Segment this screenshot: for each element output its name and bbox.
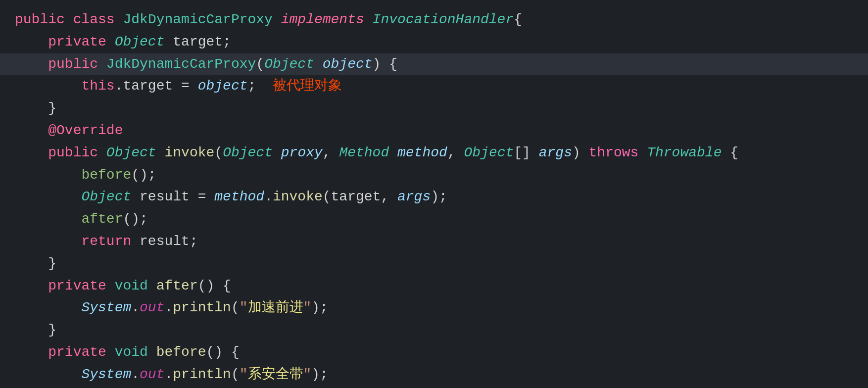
code-line-9: Object result = method.invoke(target, ar… (0, 186, 868, 208)
code-line-8: before(); (0, 164, 868, 187)
code-line-6: @Override (0, 120, 868, 142)
code-line-4: this.target = object; 被代理对象 (0, 75, 868, 97)
code-line-3: public JdkDynamicCarProxy(Object object)… (0, 53, 868, 76)
code-line-15: } (0, 319, 868, 341)
code-line-7: public Object invoke(Object proxy, Metho… (0, 142, 868, 164)
code-line-1: public class JdkDynamicCarProxy implemen… (0, 9, 868, 31)
code-line-2: private Object target; (0, 31, 868, 53)
code-editor: public class JdkDynamicCarProxy implemen… (0, 5, 868, 388)
code-line-11: return result; (0, 231, 868, 253)
code-line-10: after(); (0, 208, 868, 231)
code-line-16: private void before() { (0, 341, 868, 364)
code-line-5: } (0, 97, 868, 120)
code-line-12: } (0, 253, 868, 275)
code-line-13: private void after() { (0, 275, 868, 297)
code-line-14: System.out.println("加速前进"); (0, 297, 868, 319)
code-line-18: } (0, 386, 868, 388)
code-line-17: System.out.println("系安全带"); (0, 364, 868, 386)
